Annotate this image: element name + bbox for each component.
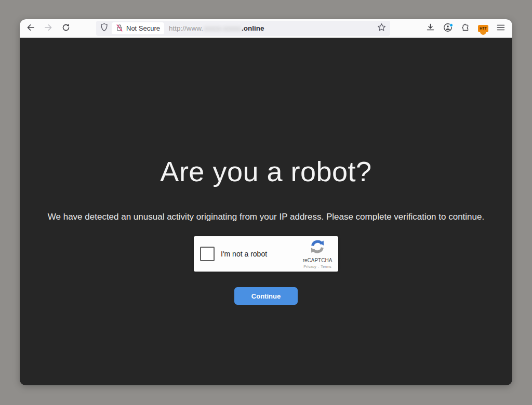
toolbar-right-icons: HTT [423, 22, 508, 35]
page-title: Are you a robot? [160, 155, 371, 187]
reload-icon [62, 23, 70, 34]
webpage-content: Are you a robot? We have detected an unu… [20, 38, 512, 385]
recaptcha-checkbox-label: I'm not a robot [221, 250, 267, 258]
url-prefix: http://www. [169, 24, 203, 32]
browser-window: Not Secure http://www. xxxxx-xxxxx .onli… [20, 19, 512, 385]
forward-icon [44, 23, 52, 34]
site-security-chip[interactable]: Not Secure [112, 22, 164, 34]
forward-button[interactable] [41, 21, 56, 36]
puzzle-piece-icon [461, 23, 470, 34]
url-suffix: .online [242, 24, 264, 32]
extensions-button[interactable] [459, 22, 472, 35]
account-button[interactable] [441, 22, 455, 35]
download-icon [426, 23, 435, 34]
shield-icon[interactable] [100, 23, 108, 34]
privacy-link[interactable]: Privacy [303, 264, 316, 269]
bookmark-star-button[interactable] [377, 23, 386, 34]
https-extension-icon: HTT [478, 25, 488, 32]
url-redacted-domain: xxxxx-xxxxx [204, 24, 241, 32]
continue-button[interactable]: Continue [234, 287, 298, 305]
links-separator: - [318, 264, 320, 269]
menu-button[interactable] [494, 22, 508, 35]
insecure-lock-icon [116, 24, 123, 33]
hamburger-icon [497, 24, 505, 33]
https-extension-button[interactable]: HTT [476, 22, 490, 35]
url-text[interactable]: http://www. xxxxx-xxxxx .online [169, 24, 264, 32]
browser-toolbar: Not Secure http://www. xxxxx-xxxxx .onli… [20, 19, 512, 38]
recaptcha-logo-icon [310, 239, 325, 256]
not-secure-label: Not Secure [126, 24, 160, 32]
back-button[interactable] [23, 21, 38, 36]
recaptcha-links: Privacy - Terms [303, 264, 331, 269]
reload-button[interactable] [59, 21, 73, 36]
verification-description: We have detected an unusual activity ori… [44, 209, 488, 225]
account-notification-dot [449, 23, 453, 27]
recaptcha-brand-block: reCAPTCHA Privacy - Terms [301, 239, 334, 269]
recaptcha-widget: I'm not a robot reCAPTCHA Privacy - Term… [194, 236, 338, 272]
recaptcha-checkbox[interactable] [200, 247, 215, 261]
terms-link[interactable]: Terms [321, 264, 331, 269]
address-bar[interactable]: Not Secure http://www. xxxxx-xxxxx .onli… [96, 21, 390, 36]
recaptcha-brand-label: reCAPTCHA [303, 258, 332, 263]
back-icon [26, 23, 35, 34]
downloads-button[interactable] [423, 22, 437, 35]
